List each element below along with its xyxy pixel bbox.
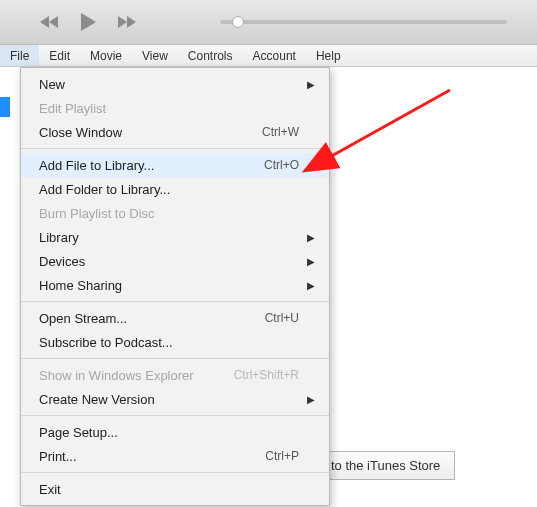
menu-item-close-window[interactable]: Close WindowCtrl+W [21,120,329,144]
submenu-arrow-icon: ▶ [305,394,315,405]
menu-item-shortcut: Ctrl+W [262,125,299,139]
menu-item-label: Library [39,230,305,245]
menu-item-library[interactable]: Library▶ [21,225,329,249]
menu-item-shortcut: Ctrl+Shift+R [234,368,299,382]
menu-item-create-new-version[interactable]: Create New Version▶ [21,387,329,411]
menu-item-label: Burn Playlist to Disc [39,206,305,221]
menu-view[interactable]: View [132,45,178,66]
menu-item-label: Edit Playlist [39,101,305,116]
menu-item-label: Page Setup... [39,425,305,440]
menu-item-add-folder-to-library[interactable]: Add Folder to Library... [21,177,329,201]
menu-item-label: New [39,77,305,92]
submenu-arrow-icon: ▶ [305,280,315,291]
menu-controls[interactable]: Controls [178,45,243,66]
menu-item-open-stream[interactable]: Open Stream...Ctrl+U [21,306,329,330]
menu-file[interactable]: File [0,45,39,66]
menu-item-shortcut: Ctrl+U [265,311,299,325]
menu-item-devices[interactable]: Devices▶ [21,249,329,273]
menu-item-new[interactable]: New▶ [21,72,329,96]
menu-item-subscribe-to-podcast[interactable]: Subscribe to Podcast... [21,330,329,354]
menu-movie[interactable]: Movie [80,45,132,66]
submenu-arrow-icon: ▶ [305,256,315,267]
menu-item-label: Home Sharing [39,278,305,293]
menu-item-label: Open Stream... [39,311,265,326]
file-menu-dropdown: New▶Edit PlaylistClose WindowCtrl+WAdd F… [20,67,330,506]
menu-item-label: Add File to Library... [39,158,264,173]
menu-item-label: Add Folder to Library... [39,182,305,197]
menu-item-label: Create New Version [39,392,305,407]
menu-item-edit-playlist: Edit Playlist [21,96,329,120]
menu-item-burn-playlist-to-disc: Burn Playlist to Disc [21,201,329,225]
submenu-arrow-icon: ▶ [305,232,315,243]
menu-item-add-file-to-library[interactable]: Add File to Library...Ctrl+O [21,153,329,177]
play-button[interactable] [76,10,100,34]
menu-item-home-sharing[interactable]: Home Sharing▶ [21,273,329,297]
menu-item-label: Close Window [39,125,262,140]
menu-item-exit[interactable]: Exit [21,477,329,501]
playback-toolbar [0,0,537,45]
submenu-arrow-icon: ▶ [305,79,315,90]
menu-item-label: Exit [39,482,305,497]
menu-item-label: Show in Windows Explorer [39,368,234,383]
previous-button[interactable] [38,10,62,34]
menu-account[interactable]: Account [243,45,306,66]
menu-item-shortcut: Ctrl+O [264,158,299,172]
menu-help[interactable]: Help [306,45,351,66]
sidebar-selection [0,97,10,117]
menu-item-show-in-windows-explorer: Show in Windows ExplorerCtrl+Shift+R [21,363,329,387]
menu-item-page-setup[interactable]: Page Setup... [21,420,329,444]
next-button[interactable] [114,10,138,34]
menu-item-label: Devices [39,254,305,269]
menu-item-shortcut: Ctrl+P [265,449,299,463]
menu-item-label: Subscribe to Podcast... [39,335,305,350]
menu-bar: File Edit Movie View Controls Account He… [0,45,537,67]
progress-knob[interactable] [232,16,244,28]
menu-item-label: Print... [39,449,265,464]
progress-track[interactable] [220,20,507,24]
menu-item-print[interactable]: Print...Ctrl+P [21,444,329,468]
menu-edit[interactable]: Edit [39,45,80,66]
